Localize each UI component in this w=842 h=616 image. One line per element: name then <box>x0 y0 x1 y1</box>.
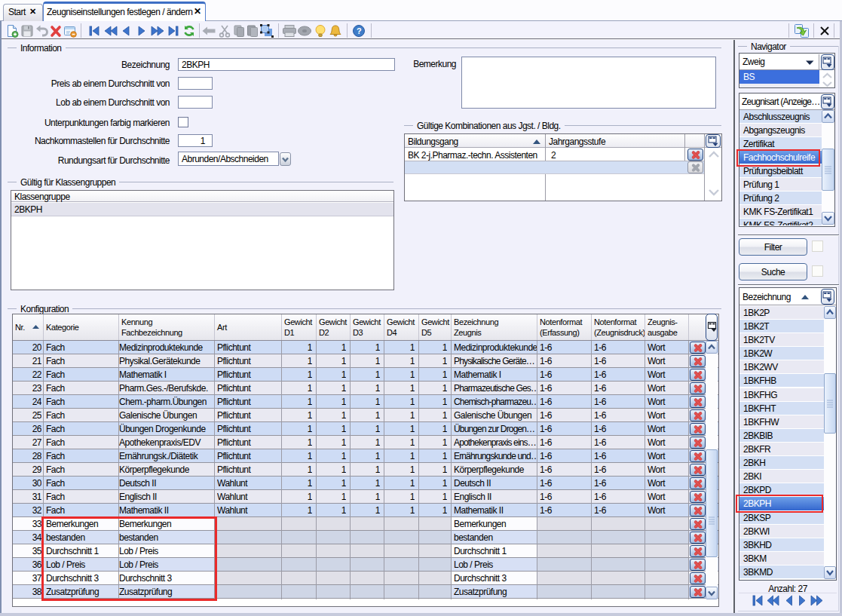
svg-text:?: ? <box>357 26 362 35</box>
